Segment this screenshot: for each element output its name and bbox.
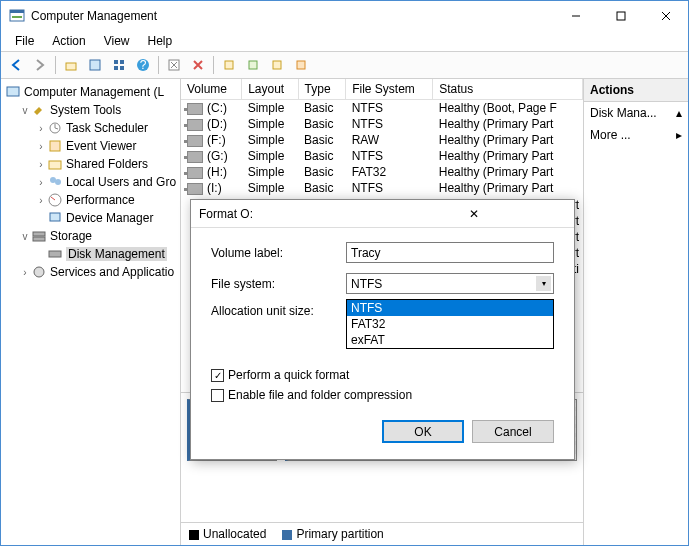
file-system-label: File system:: [211, 277, 346, 291]
delete-button[interactable]: [187, 54, 209, 76]
ok-button[interactable]: OK: [382, 420, 464, 443]
dialog-close-button[interactable]: ✕: [383, 207, 567, 221]
svg-rect-22: [50, 141, 60, 151]
col-volume[interactable]: Volume: [181, 79, 242, 100]
action1-button[interactable]: [218, 54, 240, 76]
svg-rect-23: [49, 161, 61, 169]
tree-root[interactable]: Computer Management (L: [3, 83, 178, 101]
title-bar: Computer Management: [1, 1, 688, 31]
volume-icon: [187, 167, 203, 179]
svg-rect-18: [273, 61, 281, 69]
table-row[interactable]: (H:)SimpleBasicFAT32Healthy (Primary Par…: [181, 164, 583, 180]
tree-system-tools[interactable]: v System Tools: [3, 101, 178, 119]
expand-icon[interactable]: ›: [35, 159, 47, 170]
tree-local-users[interactable]: ›Local Users and Gro: [3, 173, 178, 191]
table-row[interactable]: (G:)SimpleBasicNTFSHealthy (Primary Part: [181, 148, 583, 164]
tree-disk-management[interactable]: Disk Management: [3, 245, 178, 263]
tree-shared-folders[interactable]: ›Shared Folders: [3, 155, 178, 173]
storage-icon: [31, 228, 47, 244]
expand-icon[interactable]: v: [19, 105, 31, 116]
svg-rect-28: [33, 232, 45, 236]
file-system-combo[interactable]: NTFS ▾: [346, 273, 554, 294]
expand-icon[interactable]: ›: [35, 141, 47, 152]
dropdown-option[interactable]: NTFS: [347, 300, 553, 316]
svg-rect-1: [10, 10, 24, 13]
menu-help[interactable]: Help: [140, 32, 181, 50]
actions-more[interactable]: More ... ▸: [584, 124, 688, 146]
dropdown-option[interactable]: FAT32: [347, 316, 553, 332]
col-layout[interactable]: Layout: [242, 79, 298, 100]
file-system-dropdown[interactable]: NTFSFAT32exFAT: [346, 299, 554, 349]
volume-icon: [187, 119, 203, 131]
tree-storage[interactable]: vStorage: [3, 227, 178, 245]
gear-icon: [31, 264, 47, 280]
maximize-button[interactable]: [598, 1, 643, 31]
forward-button[interactable]: [29, 54, 51, 76]
up-button[interactable]: [60, 54, 82, 76]
table-row[interactable]: (F:)SimpleBasicRAWHealthy (Primary Part: [181, 132, 583, 148]
cancel-button[interactable]: Cancel: [472, 420, 554, 443]
menu-file[interactable]: File: [7, 32, 42, 50]
window-title: Computer Management: [31, 9, 553, 23]
disk-icon: [47, 246, 63, 262]
properties-button[interactable]: [84, 54, 106, 76]
event-icon: [47, 138, 63, 154]
tree-performance[interactable]: ›Performance: [3, 191, 178, 209]
collapse-icon: ▴: [676, 106, 682, 120]
col-status[interactable]: Status: [433, 79, 583, 100]
folder-share-icon: [47, 156, 63, 172]
expand-icon[interactable]: ›: [35, 195, 47, 206]
actions-header: Actions: [584, 79, 688, 102]
table-row[interactable]: (I:)SimpleBasicNTFSHealthy (Primary Part: [181, 180, 583, 196]
checkbox-checked-icon: ✓: [211, 369, 224, 382]
col-type[interactable]: Type: [298, 79, 346, 100]
action2-button[interactable]: [242, 54, 264, 76]
dropdown-option[interactable]: exFAT: [347, 332, 553, 348]
menu-bar: File Action View Help: [1, 31, 688, 51]
device-icon: [47, 210, 63, 226]
expand-icon[interactable]: ›: [19, 267, 31, 278]
expand-icon[interactable]: ›: [35, 123, 47, 134]
navigation-tree[interactable]: Computer Management (L v System Tools ›T…: [1, 79, 181, 545]
volume-icon: [187, 103, 203, 115]
refresh-button[interactable]: [163, 54, 185, 76]
help-button[interactable]: ?: [132, 54, 154, 76]
tree-task-scheduler[interactable]: ›Task Scheduler: [3, 119, 178, 137]
minimize-button[interactable]: [553, 1, 598, 31]
svg-rect-30: [49, 251, 61, 257]
volume-icon: [187, 151, 203, 163]
action3-button[interactable]: [266, 54, 288, 76]
svg-rect-27: [50, 213, 60, 221]
tree-services[interactable]: ›Services and Applicatio: [3, 263, 178, 281]
svg-rect-16: [225, 61, 233, 69]
svg-rect-9: [114, 60, 118, 64]
view-button[interactable]: [108, 54, 130, 76]
tree-device-manager[interactable]: Device Manager: [3, 209, 178, 227]
computer-icon: [5, 84, 21, 100]
action4-button[interactable]: [290, 54, 312, 76]
col-fs[interactable]: File System: [346, 79, 433, 100]
svg-rect-7: [66, 63, 76, 70]
menu-action[interactable]: Action: [44, 32, 93, 50]
volume-label-input[interactable]: [346, 242, 554, 263]
table-row[interactable]: (D:)SimpleBasicNTFSHealthy (Primary Part: [181, 116, 583, 132]
back-button[interactable]: [5, 54, 27, 76]
compression-checkbox[interactable]: Enable file and folder compression: [211, 388, 554, 402]
svg-rect-19: [297, 61, 305, 69]
actions-disk-management[interactable]: Disk Mana... ▴: [584, 102, 688, 124]
volume-label-label: Volume label:: [211, 246, 346, 260]
actions-pane: Actions Disk Mana... ▴ More ... ▸: [584, 79, 688, 545]
dialog-title: Format O:: [199, 207, 383, 221]
table-row[interactable]: (C:)SimpleBasicNTFSHealthy (Boot, Page F: [181, 100, 583, 117]
expand-icon[interactable]: v: [19, 231, 31, 242]
quick-format-checkbox[interactable]: ✓ Perform a quick format: [211, 368, 554, 382]
svg-rect-17: [249, 61, 257, 69]
expand-icon[interactable]: ›: [35, 177, 47, 188]
menu-view[interactable]: View: [96, 32, 138, 50]
svg-point-25: [55, 179, 61, 185]
tree-event-viewer[interactable]: ›Event Viewer: [3, 137, 178, 155]
app-icon: [9, 8, 25, 24]
chevron-down-icon: ▾: [536, 276, 551, 291]
close-button[interactable]: [643, 1, 688, 31]
volume-icon: [187, 135, 203, 147]
